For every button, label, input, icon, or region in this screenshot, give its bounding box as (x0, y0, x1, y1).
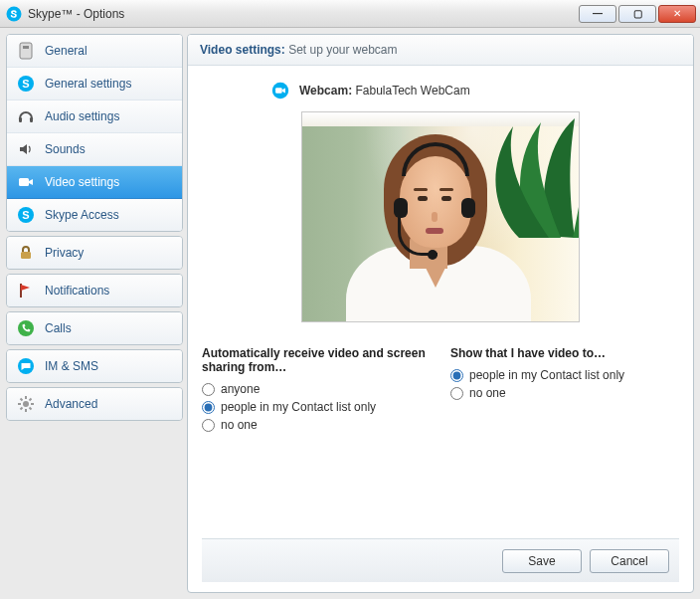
sidebar-item-label: Audio settings (45, 109, 119, 123)
svg-line-21 (30, 399, 32, 401)
sidebar-header-notifications[interactable]: Notifications (7, 275, 182, 306)
webcam-icon (17, 173, 35, 191)
close-button[interactable]: ✕ (658, 5, 696, 23)
svg-rect-6 (30, 117, 33, 122)
titlebar: Skype™ - Options — ▢ ✕ (0, 0, 700, 28)
radio-label: people in my Contact list only (221, 400, 376, 414)
svg-rect-23 (275, 88, 282, 94)
radio-label: no one (221, 418, 258, 432)
radio-input[interactable] (202, 401, 215, 414)
sidebar-header-label: Notifications (45, 284, 109, 298)
svg-rect-7 (19, 178, 29, 186)
sidebar-header-general[interactable]: General (7, 35, 182, 68)
svg-text:S: S (22, 209, 29, 221)
panel-subtitle: Set up your webcam (288, 43, 397, 57)
sidebar-header-calls[interactable]: Calls (7, 312, 182, 344)
svg-rect-5 (19, 117, 22, 122)
sidebar-header-label: Privacy (45, 246, 84, 260)
radio-input[interactable] (202, 419, 215, 432)
sidebar-item-general-settings[interactable]: S General settings (7, 68, 182, 100)
svg-point-11 (18, 320, 34, 336)
sidebar-item-label: Video settings (45, 175, 119, 189)
sidebar-header-label: Advanced (45, 397, 97, 411)
radio-receive-noone[interactable]: no one (202, 418, 431, 432)
sidebar-item-label: General settings (45, 77, 131, 91)
svg-rect-10 (21, 252, 31, 259)
radio-input[interactable] (450, 369, 463, 382)
sidebar-header-label: IM & SMS (45, 359, 98, 373)
skype-icon: S (17, 206, 35, 224)
svg-line-18 (21, 399, 23, 401)
webcam-name: Webcam: FabulaTech WebCam (299, 84, 470, 98)
gear-icon (17, 395, 35, 413)
radio-show-contacts[interactable]: people in my Contact list only (450, 368, 679, 382)
maximize-button[interactable]: ▢ (618, 5, 656, 23)
sidebar-header-advanced[interactable]: Advanced (7, 388, 182, 420)
option-col-show: Show that I have video to… people in my … (450, 346, 679, 436)
window-controls: — ▢ ✕ (579, 5, 696, 23)
sidebar-item-video-settings[interactable]: Video settings (7, 166, 182, 199)
radio-input[interactable] (202, 383, 215, 396)
content-panel: Video settings: Set up your webcam Webca… (187, 34, 694, 593)
svg-text:S: S (22, 78, 29, 90)
lock-icon (17, 244, 35, 262)
speaker-icon (17, 140, 35, 158)
svg-rect-1 (20, 43, 32, 59)
svg-line-19 (30, 408, 32, 410)
sidebar-item-audio-settings[interactable]: Audio settings (7, 100, 182, 133)
window-title: Skype™ - Options (28, 7, 579, 21)
radio-label: anyone (221, 382, 260, 396)
cancel-button[interactable]: Cancel (590, 549, 669, 573)
sidebar-group-general: General S General settings Audio setting… (6, 34, 183, 232)
flag-icon (17, 282, 35, 300)
option-title: Automatically receive video and screen s… (202, 346, 431, 374)
svg-point-13 (23, 401, 29, 407)
save-button[interactable]: Save (502, 549, 582, 573)
skype-icon (6, 6, 22, 22)
headphones-icon (17, 107, 35, 125)
sidebar-item-skype-access[interactable]: S Skype Access (7, 199, 182, 231)
radio-receive-anyone[interactable]: anyone (202, 382, 431, 396)
radio-label: people in my Contact list only (469, 368, 624, 382)
skype-icon: S (17, 75, 35, 93)
option-col-receive: Automatically receive video and screen s… (202, 346, 431, 436)
svg-line-20 (21, 408, 23, 410)
radio-show-noone[interactable]: no one (450, 386, 679, 400)
panel-title: Video settings: (200, 43, 285, 57)
minimize-button[interactable]: — (579, 5, 616, 23)
panel-header: Video settings: Set up your webcam (188, 35, 693, 66)
chat-icon (17, 357, 35, 375)
radio-receive-contacts[interactable]: people in my Contact list only (202, 400, 431, 414)
sidebar-header-im-sms[interactable]: IM & SMS (7, 350, 182, 382)
webcam-icon (271, 80, 289, 101)
sidebar-item-label: Sounds (45, 142, 86, 156)
sidebar-header-label: Calls (45, 321, 72, 335)
svg-rect-2 (23, 46, 29, 49)
sidebar: General S General settings Audio setting… (6, 34, 183, 593)
phone-icon (17, 319, 35, 337)
sidebar-header-label: General (45, 44, 88, 58)
sidebar-item-label: Skype Access (45, 208, 119, 222)
category-general-icon (17, 42, 35, 60)
sidebar-header-privacy[interactable]: Privacy (7, 237, 182, 269)
dialog-footer: Save Cancel (202, 538, 679, 582)
option-title: Show that I have video to… (450, 346, 679, 360)
radio-label: no one (469, 386, 506, 400)
webcam-row: Webcam: FabulaTech WebCam (271, 80, 679, 101)
radio-input[interactable] (450, 387, 463, 400)
sidebar-item-sounds[interactable]: Sounds (7, 133, 182, 166)
webcam-preview (301, 111, 580, 322)
